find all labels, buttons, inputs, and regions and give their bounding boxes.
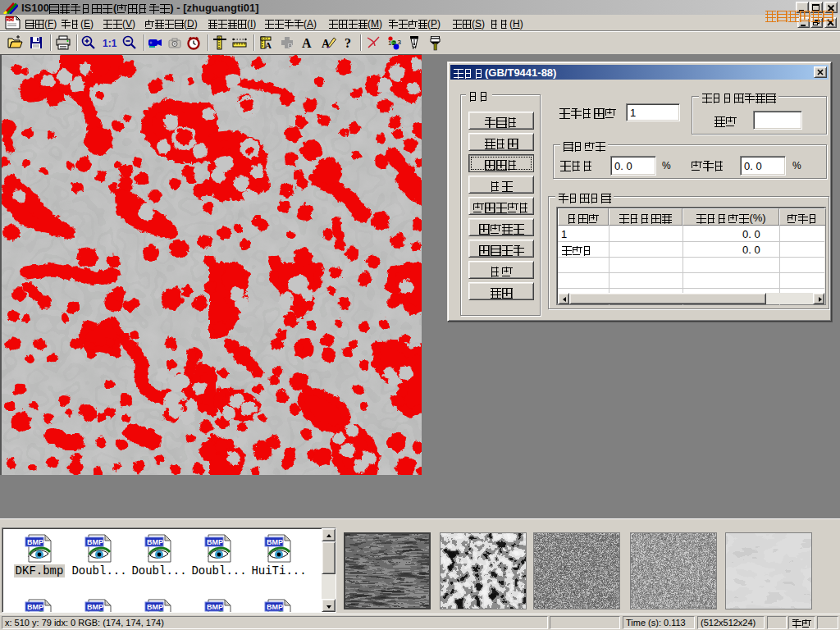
svg-text:1:1: 1:1 [103, 38, 117, 49]
svg-text:DOC: DOC [7, 17, 16, 22]
svg-text:A: A [302, 36, 312, 50]
svg-text:BMP: BMP [87, 538, 103, 546]
svg-text:BMP: BMP [207, 603, 223, 611]
svg-text:BMP: BMP [27, 538, 43, 546]
svg-text:3: 3 [398, 39, 402, 46]
svg-text:2: 2 [392, 39, 396, 47]
svg-text:?: ? [345, 36, 351, 50]
svg-text:BMP: BMP [147, 538, 163, 546]
svg-text:BMP: BMP [27, 603, 43, 611]
svg-text:BMP: BMP [267, 538, 283, 546]
svg-text:BMP: BMP [207, 538, 223, 546]
svg-text:BMP: BMP [87, 603, 103, 611]
svg-text:BMP: BMP [147, 603, 163, 611]
svg-text:A: A [265, 40, 272, 50]
svg-text:BMP: BMP [267, 603, 283, 611]
